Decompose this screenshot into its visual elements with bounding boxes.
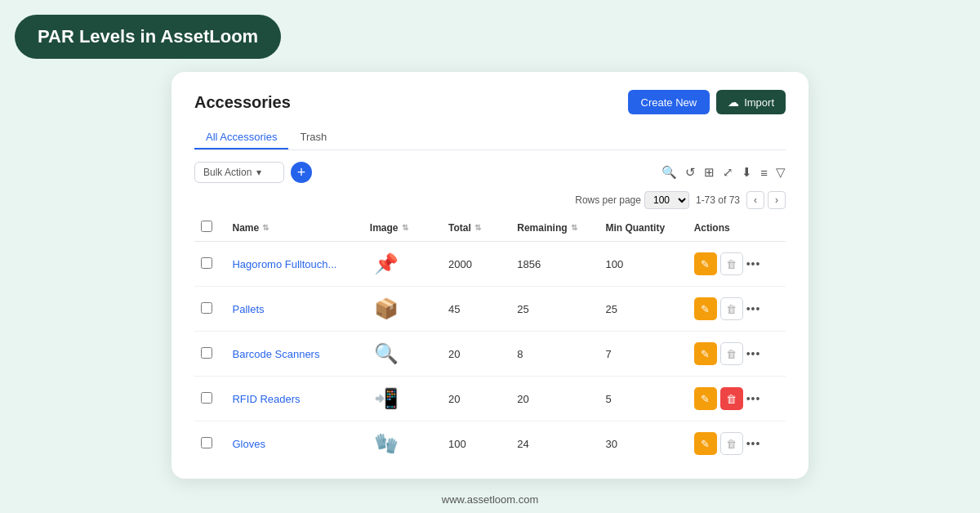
image-col-header: Image bbox=[370, 222, 399, 234]
delete-button[interactable]: 🗑 bbox=[720, 387, 743, 410]
row-checkbox[interactable] bbox=[201, 302, 212, 314]
name-col-header: Name bbox=[232, 222, 259, 234]
toolbar: Bulk Action ▾ + 🔍 ↺ ⊞ ⤢ ⬇ ≡ ▽ bbox=[194, 162, 786, 183]
main-card: Accessories Create New ☁ Import All Acce… bbox=[172, 72, 808, 479]
header-banner: PAR Levels in AssetLoom bbox=[15, 15, 281, 59]
edit-button[interactable]: ✎ bbox=[694, 252, 717, 275]
page-title: PAR Levels in AssetLoom bbox=[38, 26, 258, 47]
table-row: Pallets 📦 45 25 25 ✎ 🗑 ••• bbox=[194, 287, 786, 332]
grid-icon[interactable]: ⊞ bbox=[704, 165, 715, 180]
rows-per-page: Rows per page 100 50 25 bbox=[575, 191, 689, 209]
toolbar-left: Bulk Action ▾ + bbox=[194, 162, 312, 183]
row-checkbox[interactable] bbox=[201, 347, 212, 359]
search-icon[interactable]: 🔍 bbox=[662, 165, 677, 180]
item-min-quantity: 30 bbox=[599, 422, 687, 466]
prev-page-button[interactable]: ‹ bbox=[746, 191, 764, 209]
item-remaining: 20 bbox=[510, 377, 599, 422]
more-button[interactable]: ••• bbox=[746, 302, 761, 315]
footer: www.assetloom.com bbox=[442, 493, 538, 506]
more-button[interactable]: ••• bbox=[746, 437, 761, 450]
next-page-button[interactable]: › bbox=[768, 191, 786, 209]
edit-button[interactable]: ✎ bbox=[694, 342, 717, 365]
item-min-quantity: 100 bbox=[599, 242, 687, 287]
card-title: Accessories bbox=[194, 93, 291, 112]
create-new-button[interactable]: Create New bbox=[628, 90, 710, 114]
toolbar-right: 🔍 ↺ ⊞ ⤢ ⬇ ≡ ▽ bbox=[662, 165, 786, 180]
item-name-link[interactable]: RFID Readers bbox=[232, 393, 300, 405]
item-total: 45 bbox=[442, 287, 510, 332]
cloud-icon: ☁ bbox=[728, 96, 739, 109]
filter-icon[interactable]: ▽ bbox=[776, 165, 786, 180]
item-remaining: 1856 bbox=[510, 242, 599, 287]
more-button[interactable]: ••• bbox=[746, 257, 761, 270]
item-name-link[interactable]: Barcode Scanners bbox=[232, 348, 319, 360]
expand-icon[interactable]: ⤢ bbox=[723, 165, 733, 180]
chevron-down-icon: ▾ bbox=[256, 167, 261, 178]
item-remaining: 8 bbox=[510, 332, 599, 377]
pagination-nav: ‹ › bbox=[746, 191, 786, 209]
table-row: Gloves 🧤 100 24 30 ✎ 🗑 ••• bbox=[194, 422, 786, 466]
item-image: 🧤 bbox=[370, 430, 403, 457]
item-image: 📌 bbox=[370, 250, 403, 278]
more-button[interactable]: ••• bbox=[746, 347, 761, 360]
item-name-link[interactable]: Pallets bbox=[232, 303, 264, 315]
remaining-col-header: Remaining bbox=[517, 222, 567, 234]
edit-button[interactable]: ✎ bbox=[694, 432, 717, 455]
rows-per-page-select[interactable]: 100 50 25 bbox=[644, 191, 689, 209]
tabs-bar: All Accessories Trash bbox=[194, 126, 786, 150]
table-row: Hagoromo Fulltouch... 📌 2000 1856 100 ✎ … bbox=[194, 242, 786, 287]
tab-trash[interactable]: Trash bbox=[288, 126, 338, 149]
item-image: 🔍 bbox=[370, 340, 403, 368]
item-min-quantity: 5 bbox=[599, 377, 687, 422]
delete-button[interactable]: 🗑 bbox=[720, 297, 743, 320]
delete-button[interactable]: 🗑 bbox=[720, 252, 743, 275]
import-label: Import bbox=[744, 96, 774, 109]
tab-all-accessories[interactable]: All Accessories bbox=[194, 126, 288, 149]
rows-per-page-label: Rows per page bbox=[575, 194, 641, 206]
edit-button[interactable]: ✎ bbox=[694, 297, 717, 320]
edit-button[interactable]: ✎ bbox=[694, 387, 717, 410]
card-header: Accessories Create New ☁ Import bbox=[194, 90, 786, 114]
item-total: 20 bbox=[442, 377, 510, 422]
select-all-checkbox[interactable] bbox=[201, 221, 212, 232]
item-image: 📦 bbox=[370, 295, 403, 323]
row-checkbox[interactable] bbox=[201, 257, 212, 269]
header-actions: Create New ☁ Import bbox=[628, 90, 786, 114]
item-min-quantity: 7 bbox=[599, 332, 687, 377]
actions-group: ✎ 🗑 ••• bbox=[694, 387, 779, 410]
row-checkbox[interactable] bbox=[201, 437, 212, 448]
bulk-action-label: Bulk Action bbox=[203, 167, 252, 178]
table-row: RFID Readers 📲 20 20 5 ✎ 🗑 ••• bbox=[194, 377, 786, 422]
total-sort-icon: ⇅ bbox=[474, 223, 481, 232]
item-remaining: 24 bbox=[510, 422, 599, 466]
bulk-action-dropdown[interactable]: Bulk Action ▾ bbox=[194, 162, 284, 183]
download-icon[interactable]: ⬇ bbox=[742, 165, 752, 180]
item-name-link[interactable]: Gloves bbox=[232, 438, 265, 450]
filter-alt-icon[interactable]: ≡ bbox=[760, 166, 768, 180]
import-button[interactable]: ☁ Import bbox=[716, 90, 786, 114]
table-row: Barcode Scanners 🔍 20 8 7 ✎ 🗑 ••• bbox=[194, 332, 786, 377]
refresh-icon[interactable]: ↺ bbox=[685, 165, 696, 180]
actions-group: ✎ 🗑 ••• bbox=[694, 252, 779, 275]
pagination-bar: Rows per page 100 50 25 1-73 of 73 ‹ › bbox=[194, 191, 786, 209]
item-total: 2000 bbox=[442, 242, 510, 287]
item-name-link[interactable]: Hagoromo Fulltouch... bbox=[232, 258, 336, 270]
actions-group: ✎ 🗑 ••• bbox=[694, 297, 779, 320]
min-qty-col-header: Min Quantity bbox=[605, 222, 665, 234]
delete-button[interactable]: 🗑 bbox=[720, 432, 743, 455]
item-min-quantity: 25 bbox=[599, 287, 687, 332]
item-total: 20 bbox=[442, 332, 510, 377]
actions-group: ✎ 🗑 ••• bbox=[694, 342, 779, 365]
more-button[interactable]: ••• bbox=[746, 392, 761, 405]
item-remaining: 25 bbox=[510, 287, 599, 332]
actions-col-header: Actions bbox=[694, 222, 730, 234]
plus-icon: + bbox=[297, 165, 306, 180]
delete-button[interactable]: 🗑 bbox=[720, 342, 743, 365]
accessories-table: Name ⇅ Image ⇅ Total ⇅ bbox=[194, 214, 786, 466]
actions-group: ✎ 🗑 ••• bbox=[694, 432, 779, 455]
add-button[interactable]: + bbox=[291, 162, 312, 183]
item-image: 📲 bbox=[370, 385, 403, 413]
row-checkbox[interactable] bbox=[201, 392, 212, 404]
item-total: 100 bbox=[442, 422, 510, 466]
footer-url: www.assetloom.com bbox=[442, 493, 538, 506]
